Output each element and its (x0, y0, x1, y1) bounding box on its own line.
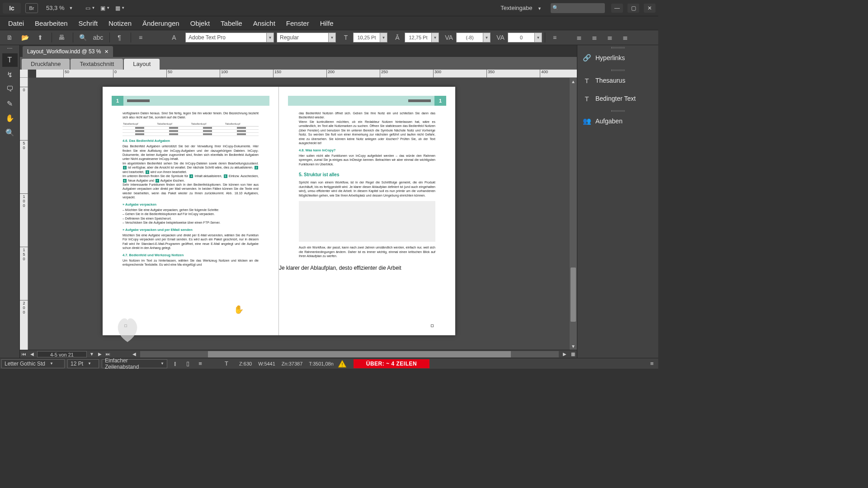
image-placeholder (299, 201, 435, 242)
kerning-input[interactable]: (-8) (456, 33, 483, 42)
tracking-input[interactable]: 0 (508, 33, 535, 42)
screen-mode-dropdown[interactable]: ▣▼ (100, 5, 110, 11)
sample-table: Tabellenkopf Tabellenkopf Tabellenkopf T… (123, 122, 259, 136)
column-icon[interactable]: ⫿ (169, 360, 181, 367)
canvas[interactable]: 1 verfügbaren Daten heraus. Sind Sie fer… (28, 78, 570, 350)
eyedropper-tool[interactable]: ✎ (2, 97, 18, 110)
status-label: Einfacher Zeilenabstand (105, 357, 156, 369)
leading-input[interactable]: 12,75 Pt (405, 33, 432, 42)
align-3-icon[interactable]: ≣ (603, 32, 617, 43)
view-tab-textabschnitt[interactable]: Textabschnitt (71, 59, 123, 70)
scroll-down-icon[interactable]: ▼ (570, 343, 577, 350)
font-style-select[interactable]: Regular (277, 33, 329, 42)
zoom-dropdown[interactable]: 53,3 % ▼ (42, 4, 76, 12)
bridge-button[interactable]: Br (25, 3, 38, 13)
split-view-icon[interactable]: ▦ (569, 352, 577, 357)
chevron-down-icon[interactable]: ▼ (535, 33, 542, 42)
find-icon[interactable]: 🔍 (76, 32, 90, 43)
scroll-thumb[interactable] (208, 351, 511, 357)
chevron-down-icon[interactable]: ▼ (267, 33, 274, 42)
lines-icon[interactable]: ≡ (194, 360, 207, 367)
ruler-tick: 50 (63, 70, 69, 78)
table-header: Tabellenkopf (191, 122, 225, 127)
document-tab-label: Layout_Workflow.indd @ 53 % (27, 48, 101, 55)
zoom-tool[interactable]: 🔍 (2, 126, 18, 139)
menu-icon[interactable]: ≡ (134, 32, 147, 43)
last-page-button[interactable]: ⏭ (104, 352, 112, 357)
menu-ansicht[interactable]: Ansicht (248, 18, 281, 29)
ruler-tick: 0 (113, 70, 117, 78)
spellcheck-icon[interactable]: abc (91, 32, 105, 43)
search-box[interactable]: 🔍 (551, 3, 605, 13)
menu-fenster[interactable]: Fenster (281, 18, 315, 29)
status-bar: Letter Gothic Std▼ 12 Pt▼ Einfacher Zeil… (0, 358, 658, 369)
hand-tool[interactable]: ✋ (2, 111, 18, 125)
save-icon[interactable]: ⬆ (33, 32, 47, 43)
align-left-icon[interactable]: ≡ (548, 32, 561, 43)
warning-icon: ! (337, 360, 347, 368)
next-page-button[interactable]: ▶ (96, 352, 104, 357)
workspace-dropdown[interactable]: Texteingabe ▼ (500, 5, 542, 11)
menu-notizen[interactable]: Notizen (103, 18, 137, 29)
align-2-icon[interactable]: ≣ (588, 32, 601, 43)
menu-schrift[interactable]: Schrift (73, 18, 104, 29)
ruler-tick: 100 (220, 70, 228, 78)
chevron-down-icon[interactable]: ▼ (483, 33, 491, 42)
view-tab-layout[interactable]: Layout (124, 59, 160, 70)
status-menu-icon[interactable]: ≡ (646, 360, 658, 367)
chevron-down-icon[interactable]: ▼ (432, 33, 439, 42)
paragraph-style-select[interactable]: Letter Gothic Std▼ (1, 359, 65, 368)
font-family-select[interactable]: Adobe Text Pro (185, 33, 267, 42)
menu-hilfe[interactable]: Hilfe (315, 18, 339, 29)
chevron-down-icon[interactable]: ▼ (380, 33, 387, 42)
arrange-dropdown[interactable]: ▦▼ (115, 5, 125, 11)
menu-objekt[interactable]: Objekt (185, 18, 215, 29)
panel-thesaurus[interactable]: T Thesaurus (577, 72, 658, 89)
page-navigation: ⏮ ◀ 4-5 von 21 ▼ ▶ ⏭ ◀ ▶ ▦ (20, 350, 577, 358)
panel-hyperlinks[interactable]: 🔗 Hyperlinks (577, 50, 658, 66)
character-style-select[interactable]: Einfacher Zeilenabstand▼ (102, 359, 167, 368)
table-header: Tabellenkopf (123, 122, 156, 127)
horizontal-scrollbar[interactable] (140, 351, 559, 357)
menu-tabelle[interactable]: Tabelle (215, 18, 248, 29)
scroll-left-icon[interactable]: ◀ (130, 352, 138, 357)
align-1-icon[interactable]: ≣ (572, 32, 586, 43)
view-tab-druckfahne[interactable]: Druckfahne (22, 59, 70, 70)
note-tool[interactable]: 🗨 (2, 82, 18, 96)
panel-aufgaben[interactable]: 👥 Aufgaben (577, 113, 658, 129)
maximize-button[interactable]: ▢ (627, 4, 639, 13)
scroll-thumb[interactable] (571, 267, 576, 322)
open-icon[interactable]: 📂 (18, 32, 32, 43)
chevron-down-icon[interactable]: ▼ (329, 33, 336, 42)
margin-note: Je klarer der Ablaufplan, desto effizien… (279, 265, 455, 271)
document-tab[interactable]: Layout_Workflow.indd @ 53 % ✕ (23, 46, 113, 57)
print-icon[interactable]: 🖶 (55, 32, 68, 43)
body-text: Im unteren Bereich finden Sie die Symbol… (123, 174, 259, 183)
page-dropdown[interactable]: ▼ (88, 352, 96, 357)
close-button[interactable]: ✕ (644, 4, 656, 13)
new-icon[interactable]: 🗎 (3, 32, 16, 43)
first-page-button[interactable]: ⏮ (20, 352, 28, 357)
menu-aenderungen[interactable]: Änderungen (137, 18, 185, 29)
view-options-dropdown[interactable]: ▭▼ (85, 5, 95, 11)
scroll-right-icon[interactable]: ▶ (561, 352, 569, 357)
prev-page-button[interactable]: ◀ (28, 352, 36, 357)
vertical-scrollbar[interactable]: ▲ ▼ (570, 78, 577, 350)
scroll-up-icon[interactable]: ▲ (570, 78, 577, 85)
page-number-field[interactable]: 4-5 von 21 (37, 351, 87, 357)
char-format-icon[interactable]: A (167, 32, 181, 43)
status-size-select[interactable]: 12 Pt▼ (67, 359, 99, 368)
page-icon[interactable]: ▯ (181, 360, 194, 367)
status-chars: Z:630 (239, 361, 252, 366)
menu-bearbeiten[interactable]: Bearbeiten (29, 18, 73, 29)
menu-datei[interactable]: Datei (3, 18, 29, 29)
close-tab-icon[interactable]: ✕ (104, 49, 108, 55)
position-tool[interactable]: ↯ (2, 68, 18, 81)
svg-text:!: ! (341, 362, 343, 367)
paragraph-marks-icon[interactable]: ¶ (113, 32, 126, 43)
font-size-input[interactable]: 10,25 Pt (353, 33, 380, 42)
type-tool[interactable]: T (2, 53, 18, 67)
minimize-button[interactable]: — (611, 4, 623, 13)
align-4-icon[interactable]: ≣ (618, 32, 632, 43)
panel-conditional-text[interactable]: T Bedingter Text (577, 90, 658, 107)
